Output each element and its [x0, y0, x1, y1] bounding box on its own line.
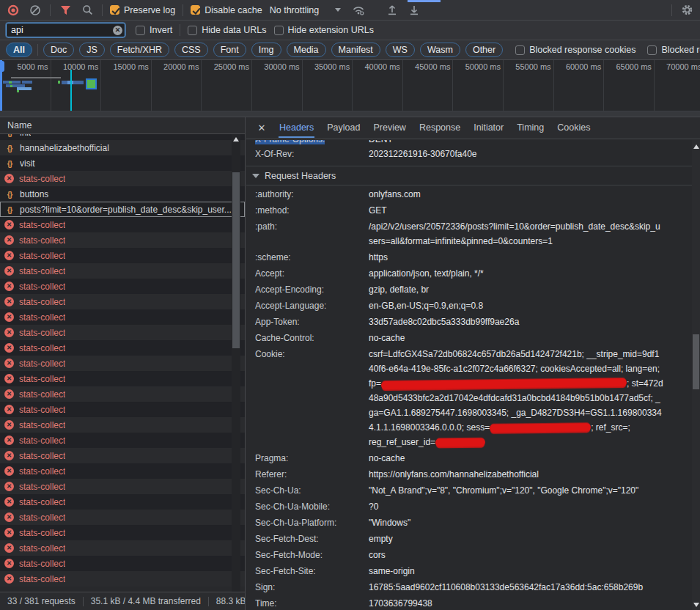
request-row[interactable]: ✕stats-collect — [0, 402, 245, 417]
invert-checkbox[interactable]: Invert — [136, 25, 172, 35]
filter-input[interactable] — [6, 23, 125, 37]
request-row[interactable]: ✕stats-collect — [0, 371, 245, 386]
record-icon[interactable] — [6, 3, 21, 18]
invert-checkbox-box[interactable] — [136, 26, 145, 35]
filter-icon[interactable] — [58, 3, 73, 18]
blocked-response-cookies-checkbox[interactable]: Blocked response cookies — [515, 45, 635, 55]
request-row[interactable]: ✕stats-collect — [0, 232, 245, 248]
requests-scrollbar[interactable] — [232, 134, 240, 592]
request-name: stats-collect — [19, 497, 65, 507]
request-row[interactable]: ✕stats-collect — [0, 417, 245, 433]
search-icon[interactable] — [80, 3, 95, 18]
request-row[interactable]: ✕stats-collect — [0, 171, 245, 186]
disable-cache-checkbox[interactable]: Disable cache — [191, 5, 262, 15]
request-row[interactable]: ✕stats-collect — [0, 556, 245, 571]
request-row[interactable]: ✕stats-collect — [0, 294, 245, 309]
request-row[interactable]: ✕stats-collect — [0, 433, 245, 448]
request-row[interactable]: {}visit — [0, 155, 245, 171]
checkbox-box[interactable] — [515, 45, 525, 55]
scroll-down-icon[interactable] — [693, 603, 699, 607]
type-filter-other[interactable]: Other — [465, 43, 503, 57]
header-row: Sec-Ch-Ua:"Not_A Brand";v="8", "Chromium… — [246, 483, 692, 498]
clear-icon[interactable] — [28, 3, 43, 18]
type-filter-img[interactable]: Img — [251, 43, 281, 57]
tab-headers[interactable]: Headers — [273, 118, 320, 138]
details-scrollbar-thumb[interactable] — [693, 334, 699, 389]
name-column-header[interactable]: Name — [0, 117, 245, 134]
checkbox-box[interactable] — [647, 45, 657, 55]
tab-payload[interactable]: Payload — [320, 118, 366, 138]
timeline-gridline — [100, 60, 101, 111]
hide-data-urls-checkbox[interactable]: Hide data URLs — [188, 25, 266, 35]
type-filter-js[interactable]: JS — [79, 43, 105, 57]
type-filter-media[interactable]: Media — [287, 43, 326, 57]
request-row[interactable]: {}posts?limit=10&order=publish_date_desc… — [0, 202, 245, 217]
request-row[interactable]: ✕stats-collect — [0, 325, 245, 340]
tab-initiator[interactable]: Initiator — [467, 118, 510, 138]
settings-gear-icon[interactable] — [679, 3, 694, 18]
network-conditions-icon[interactable] — [351, 3, 366, 18]
type-filter-ws[interactable]: WS — [386, 43, 415, 57]
request-row[interactable]: ✕stats-collect — [0, 263, 245, 279]
export-har-icon[interactable] — [407, 3, 421, 18]
timeline-tick-label: 20000 ms — [153, 62, 199, 71]
tab-response[interactable]: Response — [413, 118, 467, 138]
type-filter-all[interactable]: All — [6, 43, 32, 57]
blocked-requests-checkbox[interactable]: Blocked requests — [647, 45, 700, 55]
request-row[interactable]: ✕stats-collect — [0, 448, 245, 463]
type-filter-fetch-xhr[interactable]: Fetch/XHR — [110, 43, 169, 57]
throttling-dropdown[interactable]: No throttling — [270, 5, 341, 15]
request-row[interactable]: ✕stats-collect — [0, 248, 245, 263]
scroll-up-icon[interactable] — [693, 144, 699, 149]
header-row: Sec-Fetch-Mode:cors — [246, 548, 692, 562]
request-row[interactable]: {}init — [0, 134, 245, 140]
request-row[interactable]: {}hannahelizabethofficial — [0, 140, 245, 155]
overview-selection-knob[interactable] — [0, 61, 4, 72]
request-row[interactable]: ✕stats-collect — [0, 494, 245, 510]
overview-scrollbar[interactable] — [0, 111, 700, 117]
details-scrollbar[interactable] — [692, 140, 700, 610]
preserve-log-checkbox[interactable]: Preserve log — [110, 5, 175, 15]
network-overview-timeline[interactable]: 5000 ms10000 ms15000 ms20000 ms25000 ms3… — [0, 60, 700, 111]
request-name: stats-collect — [19, 359, 65, 369]
tab-cookies[interactable]: Cookies — [550, 118, 597, 138]
request-row[interactable]: ✕stats-collect — [0, 571, 245, 587]
request-row[interactable]: ✕stats-collect — [0, 279, 245, 294]
request-row[interactable]: ✕stats-collect — [0, 540, 245, 556]
request-row[interactable]: ✕stats-collect — [0, 386, 245, 402]
request-row[interactable]: ✕stats-collect — [0, 510, 245, 525]
type-filter-css[interactable]: CSS — [174, 43, 208, 57]
hide-extension-urls-checkbox-box[interactable] — [274, 26, 284, 35]
request-name: stats-collect — [19, 389, 65, 400]
request-row[interactable]: ✕stats-collect — [0, 479, 245, 494]
request-headers-section-toggle[interactable]: Request Headers — [246, 166, 692, 185]
hide-data-urls-checkbox-box[interactable] — [188, 26, 197, 35]
import-har-icon[interactable] — [385, 3, 399, 18]
type-filter-font[interactable]: Font — [213, 43, 246, 57]
request-row[interactable]: ✕stats-collect — [0, 309, 245, 325]
tab-timing[interactable]: Timing — [510, 118, 550, 138]
disable-cache-checkbox-box[interactable] — [191, 5, 200, 15]
clear-filter-icon[interactable]: ✕ — [113, 26, 122, 35]
request-row[interactable]: ✕stats-collect — [0, 356, 245, 371]
timeline-tick-label: 40000 ms — [355, 62, 400, 71]
request-row[interactable]: {}buttons — [0, 186, 245, 202]
tab-preview[interactable]: Preview — [366, 118, 412, 138]
requests-scrollbar-thumb[interactable] — [232, 172, 240, 348]
type-filter-doc[interactable]: Doc — [43, 43, 74, 57]
header-value: 16785:5aad9602cf110608b03133de563642fac1… — [369, 580, 663, 595]
hide-extension-urls-checkbox[interactable]: Hide extension URLs — [274, 25, 374, 35]
preserve-log-checkbox-box[interactable] — [110, 5, 119, 15]
details-tabs-bar: ✕ HeadersPayloadPreviewResponseInitiator… — [246, 117, 700, 139]
hide-data-urls-label: Hide data URLs — [202, 25, 266, 35]
type-filter-manifest[interactable]: Manifest — [331, 43, 380, 57]
request-row[interactable]: ✕stats-collect — [0, 217, 245, 232]
request-row[interactable]: ✕stats-collect — [0, 525, 245, 540]
request-row[interactable]: ✕stats-collect — [0, 340, 245, 356]
close-icon[interactable]: ✕ — [254, 122, 270, 133]
scroll-up-icon[interactable] — [233, 137, 239, 142]
failed-request-icon: ✕ — [4, 482, 14, 491]
request-row[interactable]: ✕stats-collect — [0, 463, 245, 479]
type-filter-wasm[interactable]: Wasm — [420, 43, 460, 57]
failed-request-icon: ✕ — [4, 174, 14, 183]
